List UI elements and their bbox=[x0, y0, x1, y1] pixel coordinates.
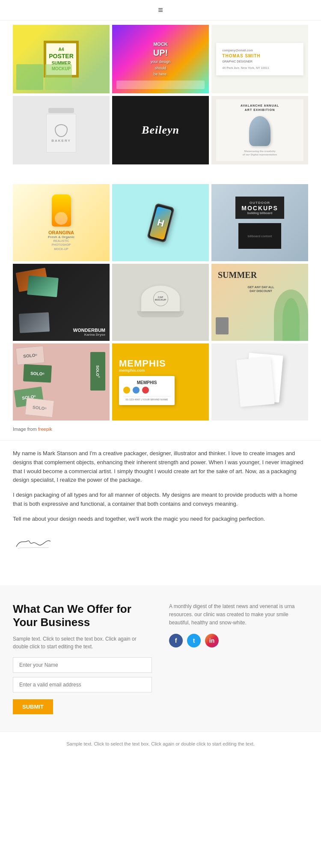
portfolio-tile-1[interactable]: A4POSTERSUMMERMOCKUP bbox=[13, 25, 110, 93]
portfolio-section-1: A4POSTERSUMMERMOCKUP MOCKUP!your designs… bbox=[0, 25, 321, 164]
grid-row-5: SOLO® SOLO® SOLO® SOLO® SOLO® MEMPHIS me… bbox=[13, 343, 308, 421]
cta-left-body: Sample text. Click to select the text bo… bbox=[13, 635, 152, 650]
grid-spacer bbox=[0, 167, 321, 180]
cta-heading: What Can We Offer for Your Business bbox=[13, 603, 152, 629]
email-input[interactable] bbox=[13, 677, 152, 692]
grid-row-4: WONDERBUM Karina Dryse CAPMOCKUP bbox=[13, 264, 308, 341]
name-input[interactable] bbox=[13, 657, 152, 673]
instagram-icon[interactable]: in bbox=[205, 634, 219, 647]
header: ≡ bbox=[0, 0, 321, 21]
bio-paragraph-2: I design packaging of all types and for … bbox=[13, 491, 308, 509]
grid-row-2: BAKERY Beileyn AVALANCHE ANNUALART EXHIB… bbox=[13, 96, 308, 164]
cta-section: What Can We Offer for Your Business Samp… bbox=[0, 585, 321, 731]
bio-paragraph-3: Tell me about your design needs and toge… bbox=[13, 515, 308, 524]
portfolio-tile-9[interactable]: OUTDOOR MOCKUPS building billboard billb… bbox=[211, 184, 308, 261]
freepik-link[interactable]: freepik bbox=[38, 427, 52, 432]
portfolio-tile-13[interactable]: SOLO® SOLO® SOLO® SOLO® SOLO® bbox=[13, 343, 110, 421]
portfolio-tile-3[interactable]: company@email.com THOMAS SMITHGraphic De… bbox=[211, 25, 308, 93]
facebook-icon[interactable]: f bbox=[169, 634, 183, 647]
cta-right: A monthly digest of the latest news and … bbox=[169, 603, 308, 714]
submit-button[interactable]: SUBMIT bbox=[13, 699, 53, 714]
portfolio-tile-11[interactable]: CAPMOCKUP bbox=[112, 264, 209, 341]
bio-paragraph-1: My name is Mark Stanson and I'm a creati… bbox=[13, 449, 308, 485]
portfolio-tile-10[interactable]: WONDERBUM Karina Dryse bbox=[13, 264, 110, 341]
cta-right-body: A monthly digest of the latest news and … bbox=[169, 603, 308, 627]
portfolio-tile-5[interactable]: Beileyn bbox=[112, 96, 209, 164]
image-source: Image from freepik bbox=[0, 423, 321, 440]
portfolio-tile-2[interactable]: MOCKUP!your designshouldbe here. bbox=[112, 25, 209, 93]
portfolio-tile-6[interactable]: AVALANCHE ANNUALART EXHIBITION Showcasin… bbox=[211, 96, 308, 164]
footer-text: Sample text. Click to select the text bo… bbox=[13, 740, 308, 748]
social-icons: f t in bbox=[169, 634, 308, 647]
cta-left: What Can We Offer for Your Business Samp… bbox=[13, 603, 152, 714]
portfolio-section-2: ORANGINA Fresh & Organic REALISTICPHOTOS… bbox=[0, 184, 321, 421]
portfolio-tile-4[interactable]: BAKERY bbox=[13, 96, 110, 164]
portfolio-tile-7[interactable]: ORANGINA Fresh & Organic REALISTICPHOTOS… bbox=[13, 184, 110, 261]
portfolio-tile-8[interactable]: H bbox=[112, 184, 209, 261]
signature-svg bbox=[13, 532, 56, 554]
grid-row-3: ORANGINA Fresh & Organic REALISTICPHOTOS… bbox=[13, 184, 308, 261]
beileyn-text: Beileyn bbox=[142, 124, 179, 137]
portfolio-tile-12[interactable]: SUMMER GET ANY DAY ALLDAY DISCOUNT bbox=[211, 264, 308, 341]
portfolio-tile-14[interactable]: MEMPHIS memphis.com MEMPHIS 01-123-4567 … bbox=[112, 343, 209, 421]
signature bbox=[13, 532, 308, 555]
twitter-icon[interactable]: t bbox=[187, 634, 201, 647]
portfolio-tile-15[interactable]: M bbox=[211, 343, 308, 421]
bio-section: My name is Mark Stanson and I'm a creati… bbox=[0, 440, 321, 585]
footer: Sample text. Click to select the text bo… bbox=[0, 731, 321, 757]
grid-row-1: A4POSTERSUMMERMOCKUP MOCKUP!your designs… bbox=[13, 25, 308, 93]
hamburger-icon[interactable]: ≡ bbox=[158, 5, 163, 15]
